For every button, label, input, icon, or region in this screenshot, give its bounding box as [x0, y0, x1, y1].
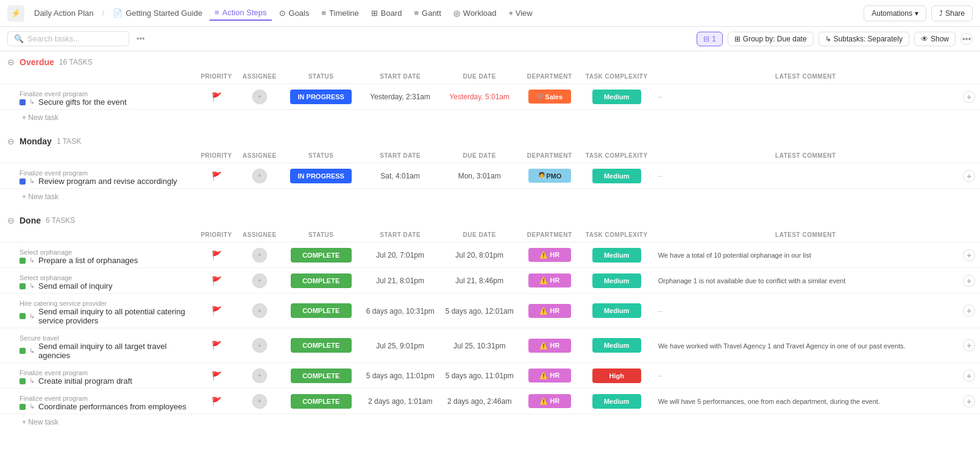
nav-gantt[interactable]: ≡ Gantt: [409, 6, 446, 20]
subtask-icon: ↳: [29, 312, 35, 320]
subtask-icon: ↳: [29, 177, 35, 185]
status-badge[interactable]: COMPLETE: [291, 368, 352, 383]
show-button[interactable]: 👁 Show: [914, 32, 956, 46]
section-monday-toggle[interactable]: ⊖: [7, 136, 15, 146]
nav-getting-started[interactable]: 📄 Getting Started Guide: [108, 6, 207, 20]
automations-button[interactable]: Automations ▾: [864, 5, 926, 21]
assignee-avatar[interactable]: +: [252, 368, 267, 383]
new-task-monday[interactable]: + New task: [0, 189, 980, 205]
section-overdue-count: 16 TASKS: [59, 58, 93, 66]
assignee-avatar[interactable]: +: [252, 338, 267, 353]
dept-badge: ⚠️ HR: [528, 339, 571, 353]
toolbar-more-options[interactable]: •••: [137, 34, 145, 43]
start-date: 5 days ago, 11:01pm: [366, 372, 435, 380]
nav-board[interactable]: ⊞ Board: [366, 6, 407, 20]
comment-text: –: [658, 371, 662, 380]
nav-timeline[interactable]: ≡ Timeline: [317, 6, 364, 20]
priority-flag[interactable]: 🚩: [211, 371, 222, 381]
filter-button[interactable]: ⊟ 1: [697, 32, 723, 46]
add-field-btn[interactable]: +: [963, 370, 975, 382]
priority-flag[interactable]: 🚩: [211, 250, 222, 260]
table-row: Select orphanage ↳ Send email of inquiry…: [0, 268, 980, 294]
add-field-btn[interactable]: +: [963, 275, 975, 287]
task-label[interactable]: Review program and revise accordingly: [38, 177, 177, 186]
priority-flag[interactable]: 🚩: [211, 306, 222, 316]
subtask-icon: ↳: [29, 256, 35, 264]
add-field-btn[interactable]: +: [963, 339, 975, 351]
assignee-avatar[interactable]: +: [252, 273, 267, 288]
toolbar-right: ⊟ 1 ⊞ Group by: Due date ↳ Subtasks: Sep…: [697, 32, 973, 46]
status-badge[interactable]: COMPLETE: [291, 338, 352, 353]
add-field-btn[interactable]: +: [963, 249, 975, 261]
task-label[interactable]: Secure gifts for the event: [38, 97, 127, 107]
task-name: ↳ Send email of inquiry: [5, 281, 190, 291]
status-badge[interactable]: COMPLETE: [291, 273, 352, 288]
new-task-done[interactable]: + New task: [0, 414, 980, 430]
task-name: ↳ Prepare a list of orphanages: [5, 256, 190, 265]
content-area: ⊖ Overdue 16 TASKS PRIORITY ASSIGNEE STA…: [0, 51, 980, 469]
add-field-btn[interactable]: +: [963, 305, 975, 317]
task-parent: Finalize event program: [5, 391, 190, 402]
task-parent: Finalize event program: [5, 166, 190, 177]
priority-flag[interactable]: 🚩: [211, 397, 222, 406]
assignee-avatar[interactable]: +: [252, 303, 267, 318]
nav-workload[interactable]: ◎ Workload: [449, 6, 502, 20]
complexity-badge: Medium: [592, 338, 641, 353]
start-date: Sat, 4:01am: [380, 172, 420, 180]
task-label[interactable]: Send email inquiry to all target travel …: [38, 342, 190, 360]
subtask-icon: ↳: [29, 98, 35, 106]
task-label[interactable]: Prepare a list of orphanages: [38, 256, 138, 265]
status-badge[interactable]: IN PROGRESS: [290, 169, 351, 183]
section-overdue-header: ⊖ Overdue 16 TASKS: [0, 51, 980, 69]
subtask-icon: ↳: [29, 403, 35, 411]
new-task-overdue[interactable]: + New task: [0, 110, 980, 125]
nav-goals[interactable]: ⊙ Goals: [274, 6, 314, 20]
col-header-complexity: TASK COMPLEXITY: [580, 69, 653, 84]
col-header-complexity-mon: TASK COMPLEXITY: [580, 149, 653, 163]
add-field-btn[interactable]: +: [963, 170, 975, 182]
assignee-avatar[interactable]: +: [252, 394, 267, 409]
task-label[interactable]: Create initial program draft: [38, 376, 132, 386]
assignee-avatar[interactable]: +: [252, 248, 267, 263]
start-date: Jul 21, 8:01pm: [376, 277, 424, 285]
task-label[interactable]: Send email of inquiry: [38, 281, 112, 291]
status-badge[interactable]: COMPLETE: [291, 248, 352, 263]
priority-flag[interactable]: 🚩: [211, 340, 222, 350]
task-name: ↳ Coordinate performances from employees: [5, 402, 190, 411]
col-header-startdate-done: START DATE: [361, 228, 440, 242]
section-done-toggle[interactable]: ⊖: [7, 216, 15, 225]
priority-flag[interactable]: 🚩: [211, 171, 222, 181]
add-field-btn[interactable]: +: [963, 395, 975, 407]
toolbar-more-btn[interactable]: •••: [960, 33, 973, 45]
start-date: Jul 20, 7:01pm: [376, 251, 424, 259]
share-button[interactable]: ⤴ Share: [931, 5, 973, 21]
start-date: Jul 25, 9:01pm: [376, 342, 424, 350]
task-label[interactable]: Coordinate performances from employees: [38, 402, 186, 411]
task-dot: [20, 404, 26, 410]
subtasks-button[interactable]: ↳ Subtasks: Separately: [818, 32, 909, 46]
assignee-avatar[interactable]: +: [252, 169, 267, 183]
add-field-btn[interactable]: +: [963, 91, 975, 103]
status-badge[interactable]: IN PROGRESS: [290, 90, 351, 104]
start-date: 2 days ago, 1:01am: [368, 397, 432, 406]
assignee-avatar[interactable]: +: [252, 90, 267, 104]
col-header-duedate-done: DUE DATE: [440, 228, 519, 242]
priority-flag[interactable]: 🚩: [211, 92, 222, 102]
nav-daily-action-plan[interactable]: Daily Action Plan: [29, 6, 99, 20]
status-badge[interactable]: COMPLETE: [291, 303, 352, 318]
col-header-assignee-done: ASSIGNEE: [238, 228, 282, 242]
task-name: ↳ Secure gifts for the event: [5, 97, 190, 107]
overdue-table: PRIORITY ASSIGNEE STATUS START DATE DUE …: [0, 69, 980, 110]
task-label[interactable]: Send email inquiry to all potential cate…: [38, 307, 190, 325]
status-badge[interactable]: COMPLETE: [291, 394, 352, 409]
col-header-dept-mon: DEPARTMENT: [519, 149, 580, 163]
group-by-button[interactable]: ⊞ Group by: Due date: [728, 32, 814, 46]
col-header-priority-done: PRIORITY: [195, 228, 238, 242]
search-box[interactable]: 🔍 Search tasks...: [7, 31, 129, 46]
dept-badge: ⚠️ HR: [528, 394, 571, 408]
show-icon: 👁: [921, 35, 928, 43]
section-overdue-toggle[interactable]: ⊖: [7, 57, 15, 67]
nav-add-view[interactable]: + View: [504, 6, 538, 20]
nav-action-steps[interactable]: ≡ Action Steps: [210, 5, 272, 21]
priority-flag[interactable]: 🚩: [211, 276, 222, 286]
